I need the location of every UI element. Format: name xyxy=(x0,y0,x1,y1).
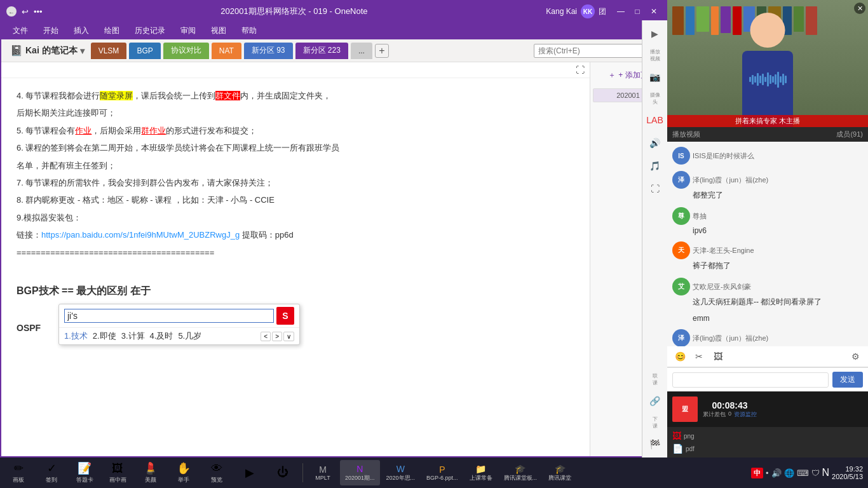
chat-input[interactable] xyxy=(672,372,829,388)
taskbar-item-huaban[interactable]: ✏ 画板 xyxy=(3,460,34,485)
emoji-button[interactable]: 😊 xyxy=(672,349,688,364)
taskbar-left: ✏ 画板 ✓ 签到 📝 答题卡 🖼 画中画 💄 美颜 ✋ 举手 👁 预览 ▶ ⏻… xyxy=(0,458,667,488)
timer-info: 00:08:43 累计差包 0 资源监控 xyxy=(703,400,757,419)
prev-candidate-button[interactable]: < xyxy=(261,332,271,341)
minimize-button[interactable]: — xyxy=(614,4,628,18)
book-12 xyxy=(806,6,817,35)
ime-candidates: 1.技术 2.即使 3.计算 4.及时 5.几岁 < > ∨ xyxy=(59,328,299,344)
onenote-window: ← ↩ ••• 202001期思科网络班次 - 019 - OneNote Ka… xyxy=(0,0,667,458)
tab-more[interactable]: ... xyxy=(351,43,372,59)
side-icon-fullscreen[interactable]: ⛶ xyxy=(647,180,663,197)
side-icon-next-class[interactable]: 🏁 xyxy=(647,436,663,452)
close-video-button[interactable]: ✕ xyxy=(854,3,865,14)
tray-icon-3[interactable]: 🌐 xyxy=(784,468,794,478)
taskbar-app-txkt[interactable]: 🎓 腾讯课堂 xyxy=(543,460,576,485)
notebook-title[interactable]: 📓 Kai 的笔记本 ▾ xyxy=(6,42,88,59)
tray-icon-1[interactable]: • xyxy=(766,468,769,478)
wave-bar-9 xyxy=(770,75,771,84)
image-button[interactable]: 🖼 xyxy=(710,349,726,364)
chat-name-2: 尊抽 xyxy=(693,212,707,221)
menu-home[interactable]: 开始 xyxy=(37,24,65,37)
notebook-dropdown-icon[interactable]: ▾ xyxy=(80,46,85,56)
team-button[interactable]: 团 xyxy=(599,6,606,17)
taskbar-item-power[interactable]: ⏻ xyxy=(267,460,299,485)
menu-view[interactable]: 视图 xyxy=(205,24,233,37)
taskbar-divider xyxy=(302,463,303,482)
chat-message-2: 尊 尊抽 ipv6 xyxy=(672,207,863,235)
tray-icon-2[interactable]: 🔊 xyxy=(771,468,782,478)
taskbar-app-txkt-board[interactable]: 🎓 腾讯课堂板... xyxy=(499,460,543,485)
candidate-4[interactable]: 4.及时 xyxy=(150,330,173,342)
side-icon-lab[interactable]: LAB xyxy=(647,112,663,128)
taskbar-item-play[interactable]: ▶ xyxy=(234,460,266,485)
taskbar-item-daticard[interactable]: 📝 答题卡 xyxy=(69,460,100,485)
taskbar-app-mplt[interactable]: M MPLT xyxy=(307,460,339,485)
side-icon-connect[interactable]: 🔗 xyxy=(647,393,663,409)
ime-text-input[interactable] xyxy=(64,309,274,323)
user-avatar: KK xyxy=(581,4,595,18)
timer-label-3[interactable]: 资源监控 xyxy=(734,410,757,419)
person-face xyxy=(750,13,785,48)
next-candidate-button[interactable]: > xyxy=(272,332,282,341)
tray-icon-4[interactable]: ⌨ xyxy=(797,468,809,478)
menu-help[interactable]: 帮助 xyxy=(235,24,263,37)
taskbar-app-bgp[interactable]: P BGP-6.ppt... xyxy=(421,460,463,485)
add-tab-button[interactable]: + xyxy=(375,44,389,58)
side-icon-music[interactable]: 🎵 xyxy=(647,158,663,174)
ime-tray-icon[interactable]: 中 xyxy=(751,468,763,478)
taskbar-app-doc[interactable]: W 2020年思... xyxy=(381,460,421,485)
chat-avatar-0: IS xyxy=(672,147,690,165)
tab-new1[interactable]: 新分区 93 xyxy=(244,43,293,59)
maximize-button[interactable]: □ xyxy=(630,4,644,18)
back-button[interactable]: ← xyxy=(6,6,17,17)
menu-file[interactable]: 文件 xyxy=(6,24,34,37)
file-item-png[interactable]: 🖼 png xyxy=(672,430,863,442)
side-icon-play[interactable]: ▶ xyxy=(647,25,663,42)
tab-protocol[interactable]: 协议对比 xyxy=(163,43,209,59)
taskbar-item-pip[interactable]: 🖼 画中画 xyxy=(102,460,133,485)
title-bar-user: Kang Kai KK 团 xyxy=(546,4,606,18)
wave-bar-4 xyxy=(757,73,759,86)
side-label-camera: 摄像头 xyxy=(650,92,660,105)
candidate-2[interactable]: 2.即使 xyxy=(93,330,116,342)
menu-history[interactable]: 历史记录 xyxy=(128,24,172,37)
menu-insert[interactable]: 插入 xyxy=(67,24,95,37)
chat-messages[interactable]: IS ISIS是IE的时候讲么 泽 泽(ling)霞（jun）福(zhe) 都整… xyxy=(667,142,868,346)
candidate-3[interactable]: 3.计算 xyxy=(121,330,145,342)
undo-button[interactable]: ↩ xyxy=(22,7,29,17)
tab-vlsm[interactable]: VLSM xyxy=(91,43,127,59)
taskbar-item-preview[interactable]: 👁 预览 xyxy=(201,460,233,485)
send-button[interactable]: 发送 xyxy=(832,372,863,388)
cut-button[interactable]: ✂ xyxy=(691,349,707,364)
onenote-tray-icon[interactable]: N xyxy=(822,467,830,478)
tab-nat[interactable]: NAT xyxy=(212,43,241,59)
side-icon-camera[interactable]: 📷 xyxy=(647,69,663,85)
timer-label-1: 累计差包 xyxy=(703,410,726,419)
menu-review[interactable]: 审阅 xyxy=(174,24,202,37)
file-item-pdf[interactable]: 📄 pdf xyxy=(672,442,863,455)
content-scroll[interactable]: 4. 每节课程我都会进行随堂录屏，课后我会统一上传到群文件内，并生成固定文件夹，… xyxy=(1,78,590,456)
more-button[interactable]: ••• xyxy=(34,7,43,17)
tray-icon-5[interactable]: 🛡 xyxy=(811,468,820,478)
close-button[interactable]: ✕ xyxy=(647,4,661,18)
timer-labels: 累计差包 0 资源监控 xyxy=(703,410,757,419)
taskbar-app-classprep[interactable]: 📁 上课常备 xyxy=(465,460,498,485)
candidate-1[interactable]: 1.技术 xyxy=(64,330,88,342)
expand-button[interactable]: ⛶ xyxy=(576,65,585,75)
taskbar-item-qiandao[interactable]: ✓ 签到 xyxy=(36,460,67,485)
tab-new2[interactable]: 新分区 223 xyxy=(295,43,348,59)
tab-bgp[interactable]: BGP xyxy=(129,43,160,59)
taskbar-app-onenote[interactable]: N 202001期... xyxy=(340,460,380,485)
menu-draw[interactable]: 绘图 xyxy=(98,24,126,37)
baidu-link[interactable]: https://pan.baidu.com/s/1nfei9hMUtwM_2UB… xyxy=(41,230,240,240)
side-icon-sound[interactable]: 🔊 xyxy=(647,135,663,151)
taskbar-item-raise-hand[interactable]: ✋ 举手 xyxy=(168,460,200,485)
book-6 xyxy=(733,6,742,35)
file-name-pdf: pdf xyxy=(686,445,695,452)
play-icon: ▶ xyxy=(245,466,254,480)
search-input[interactable] xyxy=(538,46,646,55)
expand-candidate-button[interactable]: ∨ xyxy=(283,332,294,341)
taskbar-item-beauty[interactable]: 💄 美颜 xyxy=(135,460,166,485)
candidate-5[interactable]: 5.几岁 xyxy=(178,330,201,342)
settings-icon[interactable]: ⚙ xyxy=(848,349,863,364)
